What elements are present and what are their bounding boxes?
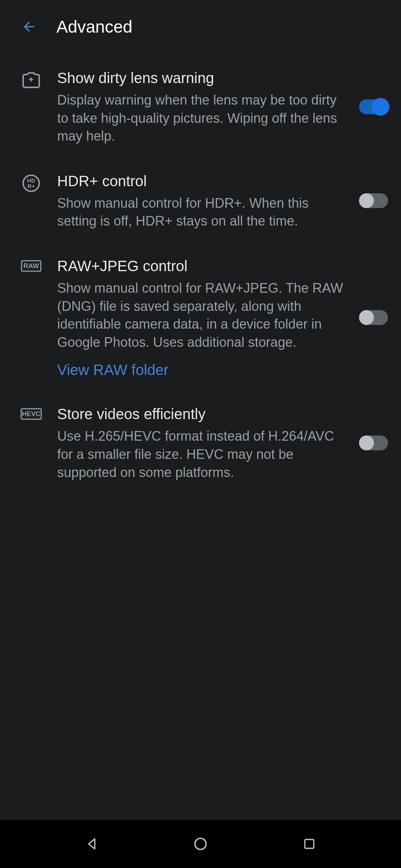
setting-raw-jpeg[interactable]: RAW RAW+JPEG control Show manual control…: [9, 241, 392, 389]
setting-hevc[interactable]: HEVC Store videos efficiently Use H.265/…: [9, 389, 392, 493]
toggle-dirty-lens[interactable]: [359, 99, 388, 114]
page-title: Advanced: [56, 17, 133, 37]
setting-title: RAW+JPEG control: [57, 256, 348, 276]
hevc-icon: HEVC: [16, 404, 46, 421]
nav-home-button[interactable]: [189, 833, 212, 855]
arrow-left-icon: [21, 19, 37, 34]
nav-recent-button[interactable]: [298, 833, 320, 855]
setting-hdr-plus[interactable]: HD R+ HDR+ control Show manual control f…: [9, 157, 392, 241]
setting-title: Store videos efficiently: [57, 404, 348, 424]
setting-title: Show dirty lens warning: [57, 68, 348, 88]
svg-point-7: [195, 838, 206, 849]
settings-list: Show dirty lens warning Display warning …: [0, 53, 401, 493]
app-header: Advanced: [0, 0, 401, 53]
raw-icon: RAW: [16, 256, 46, 273]
circle-home-icon: [193, 836, 208, 851]
nav-back-button[interactable]: [81, 833, 103, 855]
setting-description: Show manual control for RAW+JPEG. The RA…: [57, 279, 348, 351]
setting-description: Show manual control for HDR+. When this …: [57, 194, 348, 230]
setting-description: Display warning when the lens may be too…: [57, 91, 348, 145]
system-nav-bar: [0, 820, 401, 868]
toggle-hevc[interactable]: [359, 435, 388, 450]
square-recent-icon: [303, 837, 316, 851]
svg-rect-8: [305, 839, 314, 848]
setting-title: HDR+ control: [57, 171, 348, 191]
back-button[interactable]: [20, 18, 38, 36]
svg-text:R+: R+: [27, 183, 35, 189]
svg-text:HEVC: HEVC: [22, 410, 40, 418]
toggle-hdr-plus[interactable]: [359, 193, 388, 208]
setting-description: Use H.265/HEVC format instead of H.264/A…: [57, 427, 348, 481]
setting-dirty-lens[interactable]: Show dirty lens warning Display warning …: [9, 53, 392, 157]
svg-text:RAW: RAW: [23, 262, 39, 270]
hdr-plus-icon: HD R+: [16, 171, 46, 193]
toggle-raw-jpeg[interactable]: [359, 310, 388, 325]
triangle-back-icon: [84, 836, 99, 851]
dirty-lens-icon: [16, 68, 46, 90]
view-raw-folder-link[interactable]: View RAW folder: [57, 362, 169, 378]
